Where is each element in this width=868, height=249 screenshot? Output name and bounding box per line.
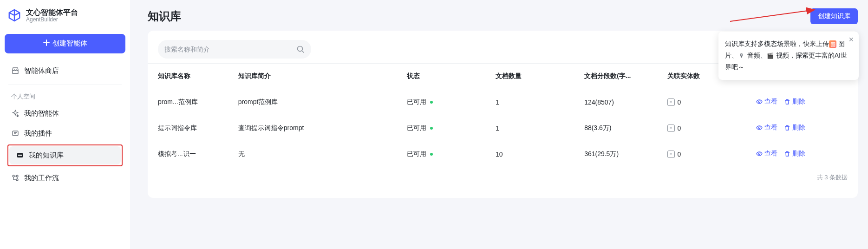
th-intro: 知识库简介	[234, 64, 402, 89]
sidebar-item-my-plugins[interactable]: 我的插件	[5, 124, 125, 143]
sidebar-item-my-agents[interactable]: 我的智能体	[5, 105, 125, 123]
cell-ops: 查看删除	[751, 141, 858, 167]
status-dot-icon	[430, 127, 433, 130]
popover-text: 知识库支持多模态场景啦，快来上传	[725, 40, 829, 47]
store-icon	[11, 66, 20, 75]
svg-rect-2	[18, 154, 22, 154]
cell-intro: 查询提示词指令prompt	[234, 115, 402, 141]
svg-rect-3	[18, 155, 22, 156]
footer-total: 共 3 条数据	[148, 167, 858, 182]
sidebar-item-my-workflows[interactable]: 我的工作流	[5, 169, 125, 187]
cell-docs: 1	[491, 89, 580, 115]
create-agent-button[interactable]: 创建智能体	[5, 34, 125, 53]
sparkle-icon	[11, 109, 20, 118]
svg-point-6	[16, 175, 18, 177]
page-header: 知识库 创建知识库	[148, 8, 858, 24]
status-dot-icon	[430, 153, 433, 156]
close-icon[interactable]: ✕	[848, 36, 854, 43]
cell-docs: 10	[491, 141, 580, 167]
feature-popover: ✕ 知识库支持多模态场景啦，快来上传▧ 图片、🎙 音频、🎬 视频，探索更丰富的A…	[718, 32, 859, 80]
th-status: 状态	[402, 64, 491, 89]
cell-intro: 无	[234, 141, 402, 167]
knowledge-icon	[16, 151, 24, 159]
view-link[interactable]: 查看	[756, 150, 777, 158]
cell-assoc: ≡0	[663, 141, 751, 167]
workflow-icon	[11, 174, 20, 182]
main-content: 知识库 创建知识库 ✕ 知识库支持多模态场景啦，快来上传▧ 图片、🎙 音频、🎬 …	[139, 0, 868, 198]
create-knowledge-button[interactable]: 创建知识库	[810, 8, 858, 24]
search-input[interactable]	[164, 46, 293, 53]
cell-name: prom...范例库	[148, 89, 234, 115]
cell-segments: 88(3.6万)	[580, 115, 662, 141]
sidebar-item-label: 我的工作流	[24, 174, 59, 183]
cell-status: 已可用	[402, 141, 491, 167]
entity-icon: ≡	[667, 151, 675, 158]
sidebar-store-label: 智能体商店	[24, 66, 59, 75]
sidebar-item-label: 我的插件	[24, 129, 52, 138]
cell-assoc: ≡0	[663, 89, 751, 115]
svg-point-9	[758, 101, 760, 103]
brand: 文心智能体平台 AgentBuilder	[5, 8, 125, 23]
cell-docs: 1	[491, 115, 580, 141]
svg-rect-0	[13, 131, 18, 136]
create-agent-label: 创建智能体	[52, 39, 87, 48]
brand-title: 文心智能体平台	[26, 8, 78, 17]
cell-ops: 查看删除	[751, 89, 858, 115]
highlight-annotation: 我的知识库	[7, 144, 123, 166]
svg-point-10	[758, 127, 760, 129]
sidebar: 文心智能体平台 AgentBuilder 创建智能体 智能体商店 个人空间 我的…	[0, 0, 130, 249]
cell-name: 模拟考...识一	[148, 141, 234, 167]
sidebar-item-store[interactable]: 智能体商店	[5, 62, 125, 80]
delete-link[interactable]: 删除	[784, 150, 805, 158]
plugin-icon	[11, 129, 20, 138]
page-title: 知识库	[148, 9, 181, 24]
view-link[interactable]: 查看	[756, 124, 777, 132]
brand-subtitle: AgentBuilder	[26, 17, 78, 23]
sidebar-item-label: 我的知识库	[29, 151, 64, 160]
cell-segments: 124(8507)	[580, 89, 662, 115]
brand-logo-icon	[7, 8, 21, 22]
table-row: 提示词指令库查询提示词指令prompt已可用188(3.6万)≡0查看删除	[148, 115, 858, 141]
svg-point-8	[298, 46, 303, 52]
th-name: 知识库名称	[148, 64, 234, 89]
cell-status: 已可用	[402, 89, 491, 115]
cell-intro: prompt范例库	[234, 89, 402, 115]
sidebar-section-label: 个人空间	[5, 90, 125, 105]
th-segments: 文档分段数(字...	[580, 64, 662, 89]
svg-point-4	[13, 175, 14, 177]
popover-text: 音频、	[747, 52, 767, 59]
sidebar-item-my-knowledge[interactable]: 我的知识库	[9, 146, 121, 164]
audio-icon: 🎙	[738, 52, 745, 59]
th-docs: 文档数量	[491, 64, 580, 89]
cell-name: 提示词指令库	[148, 115, 234, 141]
sidebar-item-label: 我的智能体	[24, 109, 59, 118]
table-row: 模拟考...识一无已可用10361(29.5万)≡0查看删除	[148, 141, 858, 167]
cell-status: 已可用	[402, 115, 491, 141]
sidebar-divider	[8, 85, 122, 85]
plus-icon	[43, 39, 50, 47]
image-icon: ▧	[829, 40, 836, 48]
video-icon: 🎬	[767, 52, 774, 59]
delete-link[interactable]: 删除	[784, 98, 805, 106]
table-row: prom...范例库prompt范例库已可用1124(8507)≡0查看删除	[148, 89, 858, 115]
cell-segments: 361(29.5万)	[580, 141, 662, 167]
search-icon	[296, 45, 305, 53]
cell-ops: 查看删除	[751, 115, 858, 141]
content-card: ✕ 知识库支持多模态场景啦，快来上传▧ 图片、🎙 音频、🎬 视频，探索更丰富的A…	[148, 31, 858, 198]
search-box[interactable]	[158, 40, 311, 59]
delete-link[interactable]: 删除	[784, 124, 805, 132]
svg-point-5	[16, 179, 18, 181]
entity-icon: ≡	[667, 124, 675, 132]
entity-icon: ≡	[667, 98, 675, 106]
view-link[interactable]: 查看	[756, 98, 777, 106]
svg-point-11	[758, 153, 760, 155]
cell-assoc: ≡0	[663, 115, 751, 141]
status-dot-icon	[430, 101, 433, 104]
